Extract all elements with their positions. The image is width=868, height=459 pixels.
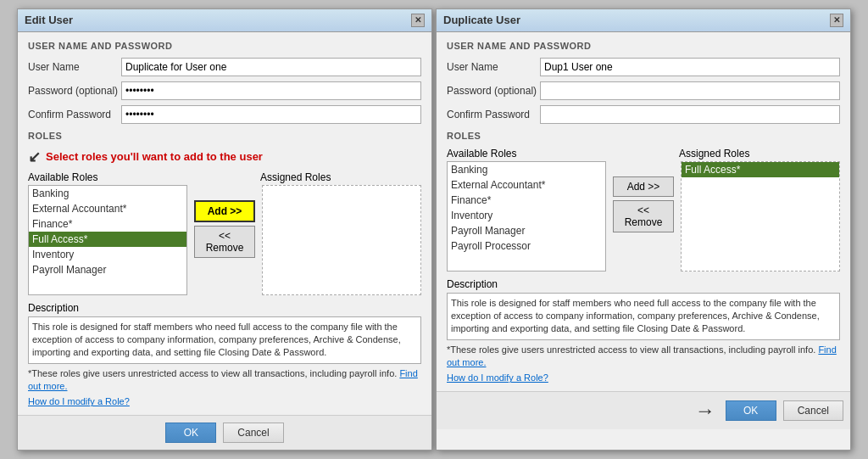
dup-password-input[interactable]: [540, 81, 840, 100]
edit-username-label: User Name: [28, 61, 121, 73]
dup-ok-button[interactable]: OK: [726, 400, 776, 421]
dup-description-note: *These roles give users unrestricted acc…: [447, 344, 840, 370]
dup-password-row: Password (optional): [447, 81, 840, 100]
dup-unp-header: USER NAME AND PASSWORD: [447, 41, 840, 51]
edit-assigned-col: [262, 185, 421, 295]
dup-username-row: User Name: [447, 58, 840, 76]
edit-cancel-button[interactable]: Cancel: [223, 423, 283, 443]
edit-password-input[interactable]: [121, 81, 421, 100]
edit-assigned-header: Assigned Roles: [260, 171, 421, 183]
dup-assigned-col: Full Access*: [681, 161, 840, 271]
list-item[interactable]: Finance*: [29, 216, 186, 232]
dup-description-section: Description This role is designed for st…: [447, 278, 840, 383]
edit-password-label: Password (optional): [28, 85, 121, 97]
edit-description-section: Description This role is designed for st…: [28, 302, 421, 407]
arrow-right-icon: →: [695, 399, 715, 423]
edit-user-dialog: Edit User ✕ USER NAME AND PASSWORD User …: [17, 8, 432, 451]
remove-role-button[interactable]: << Remove: [194, 226, 255, 258]
dup-roles-columns: Banking External Accountant* Finance* In…: [447, 161, 840, 271]
dup-role-buttons: Add >> << Remove: [609, 176, 677, 232]
dup-dialog-close[interactable]: ✕: [830, 14, 843, 27]
edit-dialog-close[interactable]: ✕: [411, 14, 425, 27]
dup-available-header: Available Roles: [447, 148, 608, 160]
dup-description-box: This role is designed for staff members …: [447, 293, 840, 340]
list-item[interactable]: Full Access*: [29, 232, 186, 247]
dup-password-label: Password (optional): [447, 85, 540, 97]
list-item[interactable]: External Accountant*: [29, 201, 186, 216]
dup-confirm-row: Confirm Password: [447, 105, 840, 124]
list-item[interactable]: Inventory: [448, 208, 605, 223]
edit-roles-header: ROLES: [28, 131, 421, 141]
list-item[interactable]: Full Access*: [682, 162, 839, 177]
list-item[interactable]: Finance*: [448, 193, 605, 208]
list-item[interactable]: Banking: [29, 186, 186, 201]
add-role-button[interactable]: Add >>: [194, 200, 255, 222]
edit-username-row: User Name: [28, 58, 421, 76]
edit-roles-section: ROLES ↙ Select roles you'll want to add …: [28, 131, 421, 295]
dup-remove-role-button[interactable]: << Remove: [613, 200, 674, 232]
edit-description-box: This role is designed for staff members …: [28, 316, 421, 364]
dup-confirm-label: Confirm Password: [447, 109, 540, 120]
dup-confirm-input[interactable]: [540, 105, 840, 124]
edit-role-buttons: Add >> << Remove: [191, 200, 259, 258]
dup-available-list-container: Banking External Accountant* Finance* In…: [447, 161, 606, 271]
edit-dialog-footer: OK Cancel: [18, 415, 431, 450]
dup-assigned-list[interactable]: Full Access*: [681, 161, 840, 271]
edit-available-header: Available Roles: [28, 171, 189, 183]
dup-roles-header: ROLES: [447, 131, 840, 141]
dup-dialog-title: Duplicate User: [443, 14, 520, 26]
edit-ok-button[interactable]: OK: [165, 423, 216, 443]
dup-username-label: User Name: [447, 61, 540, 73]
duplicate-user-dialog: Duplicate User ✕ USER NAME AND PASSWORD …: [436, 8, 851, 451]
edit-dialog-title: Edit User: [25, 14, 73, 26]
dup-roles-section: ROLES Available Roles Assigned Roles Ban…: [447, 131, 840, 271]
dup-description-label: Description: [447, 278, 840, 290]
list-item[interactable]: Payroll Processor: [448, 238, 605, 254]
dup-assigned-header: Assigned Roles: [679, 148, 840, 160]
dup-available-list[interactable]: Banking External Accountant* Finance* In…: [447, 161, 606, 271]
list-item[interactable]: Inventory: [29, 247, 186, 262]
list-item[interactable]: Banking: [448, 162, 605, 177]
edit-modify-link[interactable]: How do I modify a Role?: [28, 396, 421, 406]
dup-add-role-button[interactable]: Add >>: [613, 176, 674, 197]
edit-confirm-label: Confirm Password: [28, 109, 121, 120]
arrow-down-icon: ↙: [28, 148, 41, 166]
edit-password-row: Password (optional): [28, 81, 421, 100]
edit-confirm-row: Confirm Password: [28, 105, 421, 124]
edit-available-list[interactable]: Banking External Accountant* Finance* Fu…: [28, 185, 187, 295]
list-item[interactable]: Payroll Manager: [448, 223, 605, 238]
dup-dialog-footer: → OK Cancel: [437, 391, 850, 429]
dup-username-input[interactable]: [540, 58, 840, 76]
dup-cancel-button[interactable]: Cancel: [783, 400, 843, 421]
edit-unp-header: USER NAME AND PASSWORD: [28, 41, 421, 51]
dup-dialog-titlebar: Duplicate User ✕: [437, 9, 850, 32]
list-item[interactable]: Payroll Manager: [29, 262, 186, 277]
edit-description-label: Description: [28, 302, 421, 314]
edit-username-input[interactable]: [121, 58, 421, 76]
edit-roles-instruction: ↙ Select roles you'll want to add to the…: [28, 148, 421, 166]
edit-roles-columns: Banking External Accountant* Finance* Fu…: [28, 185, 421, 295]
edit-available-list-container: Banking External Accountant* Finance* Fu…: [28, 185, 187, 295]
edit-description-note: *These roles give users unrestricted acc…: [28, 367, 421, 394]
edit-assigned-list[interactable]: [262, 185, 421, 295]
edit-confirm-input[interactable]: [121, 105, 421, 124]
list-item[interactable]: External Accountant*: [448, 177, 605, 193]
dup-modify-link[interactable]: How do I modify a Role?: [447, 372, 840, 383]
edit-dialog-titlebar: Edit User ✕: [18, 9, 431, 32]
